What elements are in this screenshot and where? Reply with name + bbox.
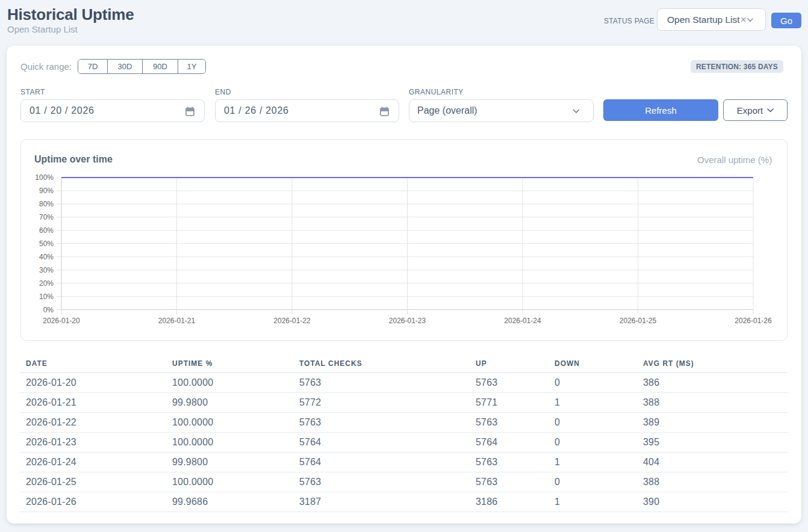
- svg-text:70%: 70%: [39, 213, 54, 221]
- svg-text:2026-01-21: 2026-01-21: [158, 317, 196, 325]
- svg-text:2026-01-22: 2026-01-22: [273, 317, 311, 325]
- svg-text:2026-01-24: 2026-01-24: [504, 317, 541, 325]
- svg-text:0%: 0%: [43, 306, 54, 314]
- svg-text:80%: 80%: [39, 200, 54, 208]
- svg-text:100%: 100%: [35, 173, 54, 182]
- svg-text:30%: 30%: [39, 266, 54, 274]
- svg-text:2026-01-23: 2026-01-23: [389, 317, 426, 325]
- svg-text:40%: 40%: [39, 253, 54, 261]
- svg-text:50%: 50%: [39, 240, 54, 248]
- svg-text:10%: 10%: [39, 292, 54, 301]
- svg-text:2026-01-20: 2026-01-20: [43, 317, 80, 325]
- svg-text:2026-01-25: 2026-01-25: [620, 317, 657, 325]
- svg-text:60%: 60%: [39, 226, 54, 235]
- svg-text:90%: 90%: [39, 187, 54, 195]
- svg-text:20%: 20%: [39, 279, 54, 288]
- svg-text:2026-01-26: 2026-01-26: [735, 317, 772, 325]
